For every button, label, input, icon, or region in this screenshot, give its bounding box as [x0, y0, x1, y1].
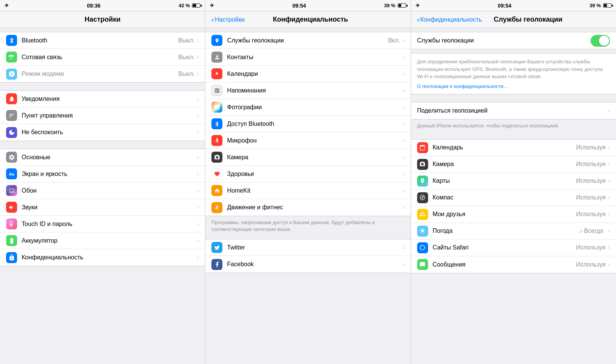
general-chevron: ›	[197, 154, 199, 161]
touchid-chevron: ›	[197, 221, 199, 228]
privacy-item-camera[interactable]: Камера ›	[205, 149, 410, 166]
notifications-label: Уведомления	[22, 96, 197, 102]
settings-item-notifications[interactable]: Уведомления ›	[0, 91, 205, 107]
share-location-item[interactable]: Поделиться геопозицией ›	[411, 102, 616, 119]
touchid-label: Touch ID и пароль	[22, 221, 197, 228]
microphone-icon	[211, 135, 222, 146]
settings-item-dnd[interactable]: Не беспокоить ›	[0, 124, 205, 141]
weather-app-label: Погода	[433, 228, 580, 234]
location-toggle[interactable]	[591, 35, 610, 47]
settings-section-3: Основные › Aa Экран и яркость › Обои ›	[0, 149, 205, 266]
privacy-item-facebook[interactable]: Facebook ›	[205, 256, 410, 273]
settings-item-sounds[interactable]: Звуки ›	[0, 199, 205, 216]
settings-group-1: Bluetooth Выкл. › Сотовая связь Выкл. ›	[0, 32, 205, 83]
compass-app-value: Используя	[576, 194, 606, 201]
settings-item-touchid[interactable]: Touch ID и пароль ›	[0, 216, 205, 232]
calendar-app-label: Календарь	[433, 144, 576, 151]
privacy-item-homekit[interactable]: HomeKit ›	[205, 182, 410, 199]
facebook-label: Facebook	[227, 261, 402, 268]
app-item-safari[interactable]: Сайты Safari Используя ›	[411, 240, 616, 256]
location-info-box: Для определения приблизительной геопозиц…	[411, 53, 616, 94]
messages-app-value: Используя	[576, 261, 606, 268]
privacy-item-photos[interactable]: Фотографии ›	[205, 99, 410, 116]
safari-app-value: Используя	[576, 244, 606, 251]
privacy-chevron: ›	[197, 254, 199, 261]
settings-title: Настройки	[6, 16, 199, 24]
privacy-item-contacts[interactable]: Контакты ›	[205, 49, 410, 66]
settings-item-control-center[interactable]: Пункт управления ›	[0, 107, 205, 124]
toggle-thumb	[599, 36, 609, 46]
location-toggle-item[interactable]: Службы геолокации	[411, 32, 616, 49]
cellular-icon	[6, 52, 17, 63]
privacy-item-microphone[interactable]: Микрофон ›	[205, 132, 410, 149]
privacy-item-motion[interactable]: Движение и фитнес ›	[205, 199, 410, 216]
location-info-link[interactable]: О геолокации и конфиденциальности...	[417, 83, 507, 89]
app-item-friends[interactable]: Мои друзья Используя ›	[411, 206, 616, 223]
homekit-icon	[211, 185, 222, 196]
airplane-icon-1: ✈	[5, 3, 9, 8]
health-chevron: ›	[402, 171, 404, 177]
location-indicator-icon: ▷	[580, 229, 583, 234]
friends-app-icon	[417, 209, 428, 220]
app-item-compass[interactable]: Компас Используя ›	[411, 190, 616, 206]
health-icon	[211, 168, 222, 179]
privacy-icon	[6, 252, 17, 263]
privacy-back-label: Настройки	[215, 16, 244, 23]
settings-item-battery[interactable]: Аккумулятор ›	[0, 232, 205, 249]
location-back-button[interactable]: ‹ Конфиденциальность	[417, 15, 482, 24]
twitter-icon	[211, 242, 222, 253]
app-item-weather[interactable]: Погода ▷ Всегда ›	[411, 223, 616, 240]
settings-item-modem[interactable]: Режим модема Выкл. ›	[0, 66, 205, 82]
airplane-icon-3: ✈	[416, 3, 420, 8]
sounds-label: Звуки	[22, 204, 197, 211]
bluetooth2-chevron: ›	[402, 121, 404, 127]
privacy-item-reminders[interactable]: Напоминания ›	[205, 82, 410, 99]
settings-group-2: Уведомления › Пункт управления ›	[0, 90, 205, 141]
time-2: 09:54	[292, 3, 306, 9]
location-scroll[interactable]: Службы геолокации Для определения прибли…	[411, 28, 616, 364]
facebook-chevron: ›	[402, 261, 404, 268]
control-center-label: Пункт управления	[22, 112, 197, 119]
weather-app-chevron: ›	[608, 228, 610, 234]
wallpaper-chevron: ›	[197, 187, 199, 194]
maps-app-icon	[417, 176, 428, 187]
cellular-chevron: ›	[197, 54, 199, 61]
app-item-calendar[interactable]: Календарь Используя ›	[411, 140, 616, 156]
privacy-item-bluetooth[interactable]: Доступ Bluetooth ›	[205, 116, 410, 132]
privacy-item-location[interactable]: Службы геолокации Вкл. ›	[205, 32, 410, 49]
privacy-item-health[interactable]: Здоровье ›	[205, 166, 410, 182]
camera-app-label: Камера	[433, 161, 576, 168]
display-label: Экран и яркость	[22, 171, 197, 177]
twitter-chevron: ›	[402, 244, 404, 251]
microphone-label: Микрофон	[227, 137, 402, 144]
privacy-back-button[interactable]: ‹ Настройки	[211, 15, 244, 24]
privacy-footer-note: Программы, запросившие доступ к Вашим да…	[205, 216, 410, 239]
settings-item-general[interactable]: Основные ›	[0, 149, 205, 166]
app-item-camera[interactable]: Камера Используя ›	[411, 156, 616, 173]
privacy-panel: ‹ Настройки Конфиденциальность Службы ге…	[205, 11, 411, 364]
settings-item-cellular[interactable]: Сотовая связь Выкл. ›	[0, 49, 205, 66]
app-item-messages[interactable]: Сообщения Используя ›	[411, 256, 616, 273]
contacts-label: Контакты	[227, 54, 402, 61]
privacy-item-calendars[interactable]: ▦ Календари ›	[205, 66, 410, 82]
privacy-item-twitter[interactable]: Twitter ›	[205, 239, 410, 256]
privacy-scroll[interactable]: Службы геолокации Вкл. › Контакты ›	[205, 28, 410, 364]
settings-item-bluetooth[interactable]: Bluetooth Выкл. ›	[0, 32, 205, 49]
general-icon	[6, 152, 17, 163]
messages-app-label: Сообщения	[433, 261, 576, 268]
photos-chevron: ›	[402, 104, 404, 111]
privacy-title: Конфиденциальность	[247, 16, 374, 24]
settings-item-display[interactable]: Aa Экран и яркость ›	[0, 166, 205, 182]
app-group: Календарь Используя › Камера Используя ›	[411, 139, 616, 273]
homekit-label: HomeKit	[227, 187, 402, 194]
control-center-icon	[6, 110, 17, 121]
location-toggle-group: Службы геолокации	[411, 32, 616, 49]
settings-item-wallpaper[interactable]: Обои ›	[0, 182, 205, 199]
settings-scroll[interactable]: Bluetooth Выкл. › Сотовая связь Выкл. ›	[0, 28, 205, 364]
dnd-icon	[6, 127, 17, 138]
modem-icon	[6, 69, 17, 80]
calendars-chevron: ›	[402, 71, 404, 77]
photos-label: Фотографии	[227, 104, 402, 111]
settings-item-privacy[interactable]: Конфиденциальность ›	[0, 249, 205, 266]
app-item-maps[interactable]: Карты Используя ›	[411, 173, 616, 190]
